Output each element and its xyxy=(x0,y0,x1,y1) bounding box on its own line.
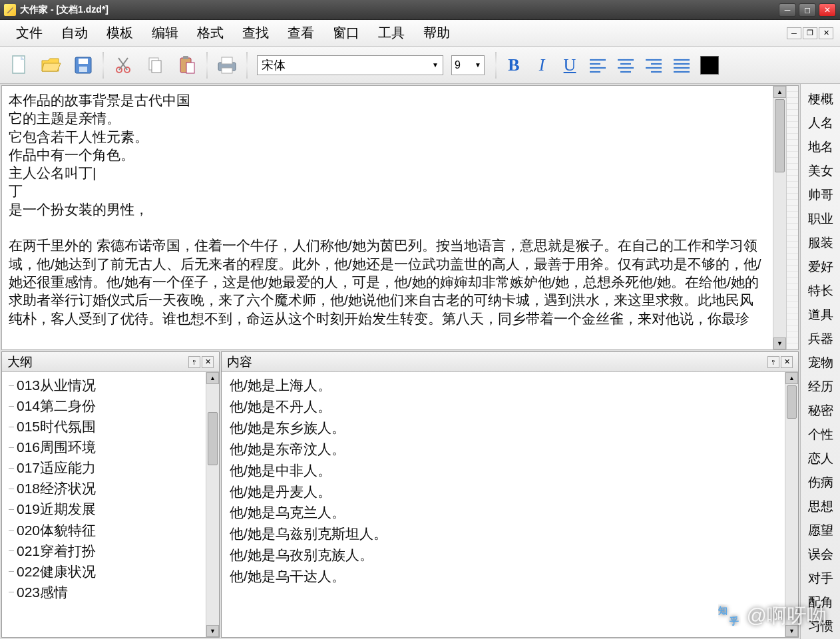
outline-item[interactable]: 020体貌特征 xyxy=(5,520,203,540)
content-item[interactable]: 他/她是上海人。 xyxy=(224,375,782,396)
scroll-up-icon[interactable]: ▲ xyxy=(785,372,798,384)
text-editor[interactable]: 本作品的故事背景是古代中国 它的主题是亲情。 它包含若干人性元素。 作品中有一个… xyxy=(2,86,773,349)
sidebar-item[interactable]: 特长 xyxy=(801,280,840,302)
content-scrollbar[interactable]: ▲ ▼ xyxy=(785,372,798,637)
underline-button[interactable]: U xyxy=(558,53,582,77)
paste-button[interactable] xyxy=(173,51,201,79)
outline-item[interactable]: 015时代氛围 xyxy=(5,416,203,437)
mdi-restore-button[interactable]: ❐ xyxy=(803,27,817,39)
sidebar-item[interactable]: 宠物 xyxy=(801,351,840,374)
outline-scrollbar[interactable]: ▲ ▼ xyxy=(206,372,219,637)
scroll-up-icon[interactable]: ▲ xyxy=(773,86,786,98)
font-color-button[interactable] xyxy=(700,56,719,75)
sidebar-item[interactable]: 伤病 xyxy=(801,471,840,494)
panel-close-button[interactable]: ✕ xyxy=(202,356,214,368)
menu-tools[interactable]: 工具 xyxy=(369,21,414,45)
panel-pin-button[interactable]: ⫯ xyxy=(188,356,200,368)
sidebar-item[interactable]: 秘密 xyxy=(801,399,840,422)
content-item[interactable]: 他/她是乌干达人。 xyxy=(224,566,782,587)
window-titlebar: 大作家 - [文档1.dzd*] ─ ◻ ✕ xyxy=(0,0,840,20)
panel-close-button[interactable]: ✕ xyxy=(781,356,793,368)
outline-item[interactable]: 016周围环境 xyxy=(5,437,203,457)
copy-button[interactable] xyxy=(141,51,169,79)
print-button[interactable] xyxy=(213,51,241,79)
sidebar-item[interactable]: 愿望 xyxy=(801,519,840,542)
content-item[interactable]: 他/她是不丹人。 xyxy=(224,396,782,417)
sidebar-item[interactable]: 爱好 xyxy=(801,256,840,278)
menu-format[interactable]: 格式 xyxy=(188,21,233,45)
scroll-down-icon[interactable]: ▼ xyxy=(206,625,219,637)
outline-item[interactable]: 023感情 xyxy=(5,582,203,602)
scroll-thumb[interactable] xyxy=(787,385,797,419)
editor-scrollbar[interactable]: ▲ ▼ xyxy=(773,86,786,349)
menu-window[interactable]: 窗口 xyxy=(323,21,369,45)
app-icon xyxy=(4,4,16,16)
sidebar-item[interactable]: 美女 xyxy=(801,160,840,182)
sidebar-item[interactable]: 配角 xyxy=(801,591,840,614)
content-item[interactable]: 他/她是中非人。 xyxy=(224,460,782,481)
font-size-value: 9 xyxy=(455,59,461,71)
content-item[interactable]: 他/她是东乡族人。 xyxy=(224,417,782,439)
align-left-button[interactable] xyxy=(586,53,610,77)
save-button[interactable] xyxy=(69,51,97,79)
align-justify-button[interactable] xyxy=(670,53,694,77)
scroll-down-icon[interactable]: ▼ xyxy=(773,337,786,349)
maximize-button[interactable]: ◻ xyxy=(799,3,816,17)
menu-auto[interactable]: 自动 xyxy=(52,21,97,45)
menu-find[interactable]: 查找 xyxy=(233,21,278,45)
panel-pin-button[interactable]: ⫯ xyxy=(767,356,779,368)
outline-item[interactable]: 021穿着打扮 xyxy=(5,540,203,561)
outline-item[interactable]: 014第二身份 xyxy=(5,395,203,416)
minimize-button[interactable]: ─ xyxy=(779,3,796,17)
scroll-thumb[interactable] xyxy=(775,99,785,172)
close-button[interactable]: ✕ xyxy=(819,3,836,17)
italic-button[interactable]: I xyxy=(530,53,554,77)
scroll-up-icon[interactable]: ▲ xyxy=(206,372,219,384)
align-center-button[interactable] xyxy=(614,53,638,77)
mdi-close-button[interactable]: ✕ xyxy=(819,27,833,39)
cut-button[interactable] xyxy=(109,51,137,79)
sidebar-item[interactable]: 服装 xyxy=(801,232,840,254)
content-item[interactable]: 他/她是丹麦人。 xyxy=(224,481,782,503)
open-file-button[interactable] xyxy=(37,51,65,79)
scroll-thumb[interactable] xyxy=(208,412,218,465)
menu-edit[interactable]: 编辑 xyxy=(142,21,188,45)
sidebar-item[interactable]: 兵器 xyxy=(801,327,840,350)
scroll-down-icon[interactable]: ▼ xyxy=(785,625,798,637)
sidebar-item[interactable]: 职业 xyxy=(801,208,840,230)
font-name-select[interactable]: 宋体 ▼ xyxy=(257,55,443,75)
menu-file[interactable]: 文件 xyxy=(7,21,52,45)
content-item[interactable]: 他/她是东帝汶人。 xyxy=(224,439,782,460)
mdi-minimize-button[interactable]: ─ xyxy=(787,27,801,39)
menubar: 文件 自动 模板 编辑 格式 查找 查看 窗口 工具 帮助 ─ ❐ ✕ xyxy=(0,20,840,47)
align-right-button[interactable] xyxy=(642,53,666,77)
font-size-select[interactable]: 9 ▼ xyxy=(451,55,485,75)
menu-view[interactable]: 查看 xyxy=(278,21,323,45)
outline-item[interactable]: 017适应能力 xyxy=(5,457,203,478)
sidebar-item[interactable]: 梗概 xyxy=(801,88,840,110)
sidebar-item[interactable]: 经历 xyxy=(801,375,840,398)
sidebar-item[interactable]: 习惯 xyxy=(801,615,840,638)
sidebar-item[interactable]: 地名 xyxy=(801,136,840,158)
outline-item[interactable]: 019近期发展 xyxy=(5,499,203,519)
sidebar-item[interactable]: 道具 xyxy=(801,304,840,326)
svg-rect-9 xyxy=(152,61,161,73)
sidebar-item[interactable]: 人名 xyxy=(801,112,840,134)
sidebar-item[interactable]: 误会 xyxy=(801,543,840,566)
sidebar-item[interactable]: 思想 xyxy=(801,495,840,518)
new-file-button[interactable] xyxy=(5,51,33,79)
menu-help[interactable]: 帮助 xyxy=(414,21,459,45)
content-item[interactable]: 他/她是乌兹别克斯坦人。 xyxy=(224,523,782,544)
sidebar-item[interactable]: 个性 xyxy=(801,423,840,446)
content-item[interactable]: 他/她是乌孜别克族人。 xyxy=(224,544,782,566)
outline-item[interactable]: 018经济状况 xyxy=(5,478,203,499)
sidebar-item[interactable]: 对手 xyxy=(801,567,840,590)
sidebar-item[interactable]: 恋人 xyxy=(801,447,840,470)
toolbar-separator xyxy=(495,52,497,79)
bold-button[interactable]: B xyxy=(502,53,526,77)
outline-item[interactable]: 013从业情况 xyxy=(5,375,203,395)
menu-template[interactable]: 模板 xyxy=(97,21,142,45)
outline-item[interactable]: 022健康状况 xyxy=(5,561,203,582)
sidebar-item[interactable]: 帅哥 xyxy=(801,184,840,206)
content-item[interactable]: 他/她是乌克兰人。 xyxy=(224,502,782,523)
